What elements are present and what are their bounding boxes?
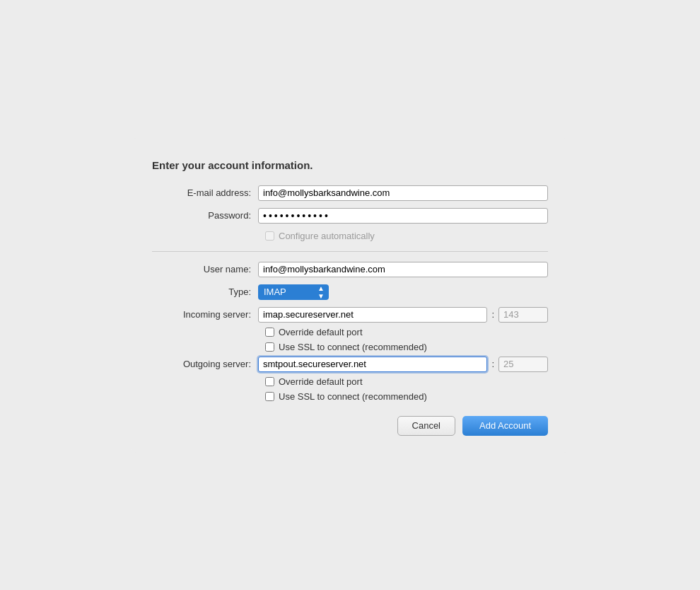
outgoing-ssl-label: Use SSL to connect (recommended) [279,391,427,402]
add-account-button[interactable]: Add Account [462,416,548,436]
incoming-label: Incoming server: [152,309,258,320]
incoming-override-label: Override default port [279,327,363,337]
buttons-row: Cancel Add Account [152,416,548,436]
configure-auto-row: Configure automatically [265,231,548,241]
configure-auto-checkbox[interactable] [265,231,274,241]
outgoing-ssl-checkbox[interactable] [265,392,274,401]
username-input[interactable] [258,262,548,277]
outgoing-label: Outgoing server: [152,359,258,369]
outgoing-server-inputs: : [258,357,548,372]
configure-auto-label: Configure automatically [279,231,375,241]
incoming-ssl-label: Use SSL to connect (recommended) [279,342,427,352]
email-input[interactable] [258,185,548,201]
incoming-server-input[interactable] [258,307,487,323]
incoming-ssl-checkbox[interactable] [265,342,274,352]
account-dialog: Enter your account information. E-mail a… [131,138,569,453]
incoming-override-checkbox[interactable] [265,328,274,337]
outgoing-override-checkbox[interactable] [265,377,274,386]
divider [152,251,548,252]
outgoing-port-input[interactable] [498,357,548,372]
cancel-button[interactable]: Cancel [397,416,455,436]
dialog-title: Enter your account information. [152,159,548,171]
email-row: E-mail address: [152,185,548,201]
password-label: Password: [152,210,258,221]
type-label: Type: [152,287,258,297]
username-label: User name: [152,264,258,274]
username-row: User name: [152,262,548,277]
incoming-colon: : [491,309,494,320]
type-row: Type: IMAP POP ▲ ▼ [152,284,548,300]
incoming-server-inputs: : [258,307,548,323]
type-select[interactable]: IMAP POP [258,284,329,300]
incoming-override-row: Override default port [265,327,548,337]
incoming-port-input[interactable] [498,307,548,323]
type-select-wrapper: IMAP POP ▲ ▼ [258,284,329,300]
outgoing-colon: : [491,359,494,369]
incoming-ssl-row: Use SSL to connect (recommended) [265,342,548,352]
outgoing-override-row: Override default port [265,376,548,387]
email-label: E-mail address: [152,187,258,198]
password-row: Password: [152,208,548,224]
outgoing-server-row: Outgoing server: : [152,357,548,372]
outgoing-override-label: Override default port [279,376,363,387]
incoming-server-row: Incoming server: : [152,307,548,323]
outgoing-ssl-row: Use SSL to connect (recommended) [265,391,548,402]
password-input[interactable] [258,208,548,224]
outgoing-server-input[interactable] [258,357,487,372]
